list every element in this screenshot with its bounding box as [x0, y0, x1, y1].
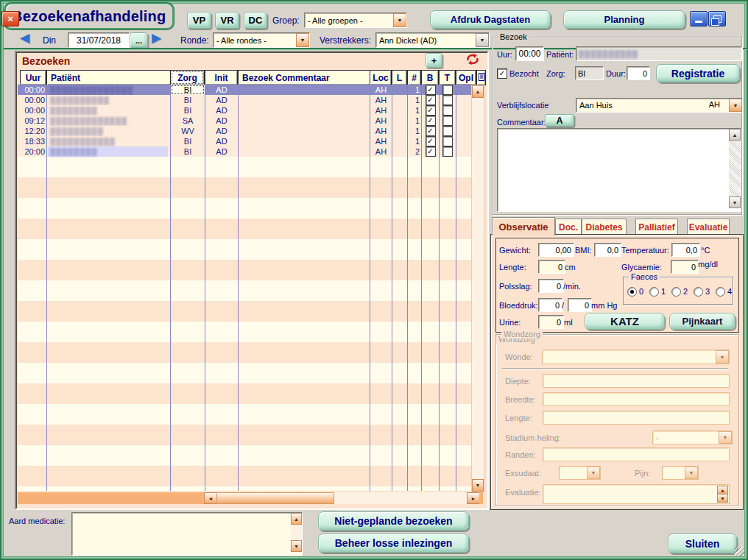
- scroll-up-button[interactable]: ▲: [472, 85, 484, 98]
- tab-evaluatie[interactable]: Evaluatie: [687, 219, 730, 235]
- commentaar-a-button[interactable]: A: [545, 114, 574, 127]
- bezocht-checkbox[interactable]: ✓: [426, 105, 436, 116]
- commentaar-textarea[interactable]: ▲ ▼: [497, 128, 741, 212]
- col-header-zorg[interactable]: Zorg: [170, 70, 205, 85]
- table-row[interactable]: 18:33 ▒▒▒▒▒▒▒▒▒▒▒ BI AD AH 1 ✓: [18, 136, 471, 146]
- add-visit-button[interactable]: +: [426, 53, 442, 68]
- groep-dropdown[interactable]: - Alle groepen - ▼: [304, 13, 407, 28]
- minimize-button[interactable]: [690, 11, 708, 26]
- glycaemie-field[interactable]: 0: [671, 260, 699, 274]
- next-day-arrow[interactable]: ▶: [152, 32, 161, 44]
- faeces-radio-1[interactable]: [649, 287, 659, 297]
- lengte-field[interactable]: 0: [538, 260, 565, 274]
- aard-medicatie-textarea[interactable]: ▲ ▼: [71, 512, 303, 556]
- scroll-up-button[interactable]: ▲: [291, 513, 302, 525]
- col-header-l[interactable]: L: [392, 70, 407, 85]
- chevron-down-icon[interactable]: ▼: [729, 99, 742, 112]
- tab-doc[interactable]: Doc.: [555, 219, 582, 235]
- col-header-uur[interactable]: Uur: [20, 70, 46, 85]
- polsslag-field[interactable]: 0: [538, 279, 564, 293]
- col-header-patient[interactable]: Patiënt: [46, 70, 174, 85]
- table-row[interactable]: 00:00 ▒▒▒▒▒▒▒▒ BI AD AH 1 ✓: [18, 105, 471, 116]
- col-header-num[interactable]: #: [407, 70, 421, 85]
- t-checkbox[interactable]: [442, 116, 453, 126]
- beheer-losse-inlezingen-button[interactable]: Beheer losse inlezingen: [318, 534, 469, 553]
- t-checkbox[interactable]: [442, 136, 453, 146]
- bloeddruk-sys-field[interactable]: 0: [538, 298, 562, 312]
- bezocht-checkbox[interactable]: ✓: [426, 116, 436, 126]
- resize-grip[interactable]: [735, 547, 744, 556]
- t-checkbox[interactable]: [442, 105, 453, 116]
- faeces-radio-2[interactable]: [671, 287, 681, 297]
- bezocht-checkbox[interactable]: ✓: [426, 85, 436, 95]
- scrollbar-thumb[interactable]: [216, 492, 334, 504]
- bezocht-checkbox[interactable]: ✓: [426, 95, 436, 105]
- bezocht-checkbox[interactable]: ✓: [426, 126, 436, 136]
- date-field[interactable]: 31/07/2018: [68, 32, 130, 48]
- table-row[interactable]: 12:20 ▒▒▒▒▒▒▒▒▒ WV AD AH 1 ✓: [18, 126, 471, 136]
- verblijfslocatie-dropdown[interactable]: Aan Huis AH ▼: [576, 98, 743, 113]
- restore-button[interactable]: [708, 11, 726, 26]
- scroll-left-button[interactable]: ◄: [204, 492, 217, 504]
- vp-button[interactable]: VP: [187, 12, 211, 29]
- dc-button[interactable]: DC: [244, 12, 267, 29]
- duur-field[interactable]: 0: [627, 66, 650, 80]
- bezocht-checkbox[interactable]: ✓: [497, 68, 507, 79]
- col-header-commentaar[interactable]: Bezoek Commentaar: [238, 70, 373, 85]
- chevron-down-icon[interactable]: ▼: [476, 33, 489, 47]
- col-header-init[interactable]: Init: [205, 70, 238, 85]
- scroll-down-button[interactable]: ▼: [291, 540, 302, 552]
- previous-day-arrow[interactable]: ◀: [20, 32, 29, 44]
- bezocht-checkbox[interactable]: ✓: [426, 136, 436, 146]
- bloeddruk-dia-field[interactable]: 0: [568, 298, 592, 312]
- col-header-loc[interactable]: Loc: [370, 70, 392, 85]
- pijnkaart-button[interactable]: Pijnkaart: [669, 313, 735, 330]
- t-checkbox[interactable]: [442, 146, 453, 157]
- registratie-button[interactable]: Registratie: [656, 64, 740, 82]
- textarea-scrollbar[interactable]: ▲ ▼: [729, 129, 741, 208]
- tab-palliatief[interactable]: Palliatief: [635, 219, 678, 235]
- afdruk-dagstaten-button[interactable]: Afdruk Dagstaten: [430, 10, 551, 29]
- refresh-icon[interactable]: [465, 53, 480, 65]
- sluiten-button[interactable]: Sluiten: [668, 534, 737, 553]
- scroll-right-button[interactable]: ►: [467, 492, 480, 504]
- date-picker-button[interactable]: ...: [130, 32, 148, 48]
- faeces-radio-4[interactable]: [716, 287, 725, 297]
- scroll-up-button[interactable]: ▲: [729, 129, 741, 141]
- scroll-down-button[interactable]: ▼: [729, 196, 741, 208]
- gewicht-field[interactable]: 0,00: [538, 243, 574, 257]
- t-checkbox[interactable]: [442, 95, 453, 105]
- faeces-radio-0[interactable]: [627, 287, 637, 297]
- close-button[interactable]: ×: [1, 11, 19, 26]
- bmi-field[interactable]: 0,0: [594, 243, 621, 257]
- col-header-t[interactable]: T: [439, 70, 456, 85]
- bezocht-checkbox[interactable]: ✓: [426, 146, 436, 157]
- ronde-dropdown[interactable]: - Alle rondes - ▼: [213, 32, 310, 48]
- t-checkbox[interactable]: [442, 85, 453, 95]
- niet-geplande-bezoeken-button[interactable]: Niet-geplande bezoeken: [318, 511, 469, 531]
- urine-field[interactable]: 0: [538, 315, 564, 329]
- col-header-doc[interactable]: [476, 70, 486, 85]
- chevron-down-icon[interactable]: ▼: [393, 13, 406, 27]
- tab-observatie[interactable]: Observatie: [492, 217, 555, 235]
- temperatuur-field[interactable]: 0,0: [671, 243, 700, 257]
- faeces-radio-3[interactable]: [694, 287, 703, 297]
- katz-button[interactable]: KATZ: [585, 313, 665, 330]
- planning-button[interactable]: Planning: [563, 10, 685, 29]
- chevron-down-icon[interactable]: ▼: [296, 33, 309, 47]
- verstrekkers-dropdown[interactable]: Ann Dickel (AD) ▼: [375, 32, 490, 48]
- col-header-b[interactable]: B: [421, 70, 439, 85]
- vertical-scrollbar[interactable]: ▲ ▼: [471, 85, 484, 492]
- table-row[interactable]: 09:12 ▒▒▒▒▒▒▒▒▒▒▒▒▒ SA AD AH 1 ✓: [18, 116, 471, 126]
- col-header-opl[interactable]: Opl: [456, 70, 476, 85]
- tab-diabetes[interactable]: Diabetes: [582, 219, 627, 235]
- horizontal-scrollbar[interactable]: ◄ ►: [18, 492, 483, 504]
- scroll-down-button[interactable]: ▼: [472, 479, 484, 492]
- textarea-scrollbar[interactable]: ▲ ▼: [291, 513, 302, 552]
- table-row[interactable]: 00:00 ▒▒▒▒▒▒▒▒▒▒ BI AD AH 1 ✓: [18, 95, 471, 105]
- table-row[interactable]: 20:00 ▒▒▒▒▒▒▒▒ BI AD AH 2 ✓: [18, 146, 471, 157]
- table-row[interactable]: 00:00 ▒▒▒▒▒▒▒▒▒▒▒▒▒▒ BI AD AH 1 ✓: [18, 85, 471, 95]
- t-checkbox[interactable]: [442, 126, 453, 136]
- vr-button[interactable]: VR: [215, 12, 239, 29]
- uur-field[interactable]: 00:00: [515, 46, 544, 61]
